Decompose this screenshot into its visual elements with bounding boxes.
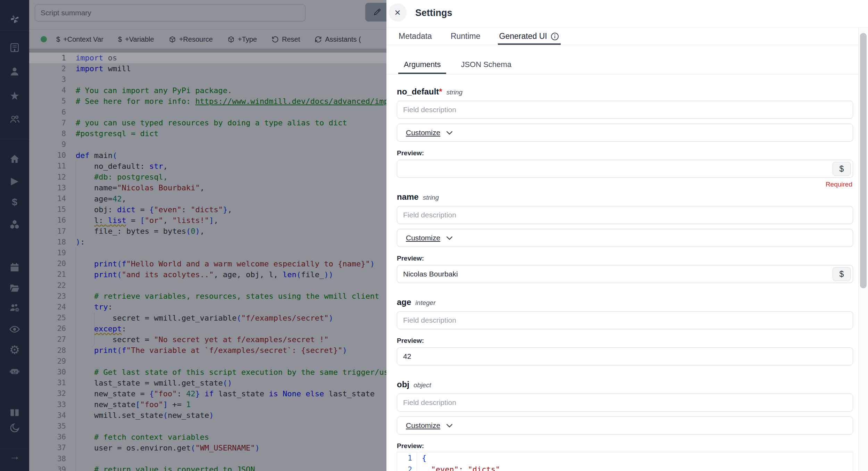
chevron-down-icon[interactable] <box>440 131 453 135</box>
tab-runtime[interactable]: Runtime <box>451 28 481 45</box>
line-number: 2 <box>397 464 417 471</box>
field-description-input-obj[interactable] <box>397 394 853 412</box>
field-name: obj <box>397 380 409 389</box>
code-text: { <box>417 454 426 462</box>
settings-drawer: × Settings MetadataRuntimeGenerated UI A… <box>386 0 868 471</box>
required-asterisk: * <box>439 87 442 97</box>
field-name: no_default <box>397 87 439 97</box>
tab-label: Runtime <box>451 32 481 41</box>
modal-backdrop[interactable] <box>0 0 386 471</box>
subtab-arguments[interactable]: Arguments <box>398 55 446 74</box>
customize-toggle[interactable]: Customize <box>406 129 440 137</box>
line-number: 1 <box>397 452 417 464</box>
preview-label: Preview: <box>397 149 853 158</box>
scrollbar-thumb[interactable] <box>860 33 867 288</box>
field-type: string <box>423 194 439 201</box>
settings-tabs: MetadataRuntimeGenerated UI <box>386 28 868 45</box>
field-type: integer <box>415 299 435 307</box>
field-description-input-no_default[interactable] <box>397 101 853 119</box>
code-token: : <box>459 465 468 471</box>
settings-scrollbar[interactable] <box>858 28 868 471</box>
preview-json-editor[interactable]: 1{2 "even": "dicts" <box>397 452 853 471</box>
preview-label: Preview: <box>397 337 853 345</box>
chevron-down-icon[interactable] <box>440 423 453 428</box>
field-name: age <box>397 297 411 307</box>
settings-title: Settings <box>415 8 452 18</box>
field-type: string <box>446 89 462 96</box>
windmill-app: ★▶$⚙→ $+Context Var$+Variable+Resource+T… <box>0 0 868 471</box>
variable-picker-button[interactable]: $ <box>833 162 851 176</box>
tab-metadata[interactable]: Metadata <box>399 28 432 45</box>
code-token: "even" <box>431 465 459 471</box>
customize-section-no_default: Customize <box>397 124 853 142</box>
close-icon[interactable]: × <box>389 3 407 22</box>
subtab-json-schema[interactable]: JSON Schema <box>455 55 517 74</box>
preview-code-line: 2 "even": "dicts" <box>397 464 853 471</box>
field-label-obj: objobject <box>397 380 853 390</box>
arguments-fields: no_default*stringCustomizePreview:$Requi… <box>397 74 853 471</box>
preview-input-no_default[interactable] <box>397 160 853 178</box>
preview-input-age[interactable] <box>397 347 853 365</box>
code-token: "dicts" <box>468 465 500 471</box>
preview-input-wrap <box>397 347 853 365</box>
tab-generated-ui[interactable]: Generated UI <box>499 28 559 45</box>
field-label-name: namestring <box>397 192 853 203</box>
preview-input-wrap: $Required <box>397 160 853 178</box>
required-note: Required <box>826 181 852 188</box>
field-description-input-name[interactable] <box>397 206 853 224</box>
code-token: { <box>422 454 426 462</box>
variable-picker-button[interactable]: $ <box>833 267 851 281</box>
tab-label: Metadata <box>399 32 432 41</box>
generated-ui-subtabs: ArgumentsJSON Schema <box>386 45 868 74</box>
preview-label: Preview: <box>397 255 853 263</box>
field-description-input-age[interactable] <box>397 311 853 329</box>
field-label-no_default: no_default*string <box>397 87 853 97</box>
chevron-down-icon[interactable] <box>440 236 453 240</box>
code-text: "even": "dicts" <box>417 465 500 471</box>
current-line-highlight <box>29 52 386 63</box>
info-icon[interactable] <box>550 32 559 41</box>
tab-label: Generated UI <box>499 32 547 41</box>
field-label-age: ageinteger <box>397 297 853 308</box>
field-name: name <box>397 192 419 202</box>
preview-input-name[interactable] <box>397 265 853 283</box>
preview-label: Preview: <box>397 442 853 451</box>
customize-section-obj: Customize <box>397 416 853 435</box>
field-type: object <box>414 381 431 389</box>
preview-input-wrap: $ <box>397 265 853 283</box>
customize-section-name: Customize <box>397 229 853 247</box>
preview-code-line: 1{ <box>397 452 853 464</box>
settings-header: × Settings <box>386 0 868 28</box>
code-token <box>422 465 431 471</box>
customize-toggle[interactable]: Customize <box>406 234 440 242</box>
customize-toggle[interactable]: Customize <box>406 421 440 430</box>
